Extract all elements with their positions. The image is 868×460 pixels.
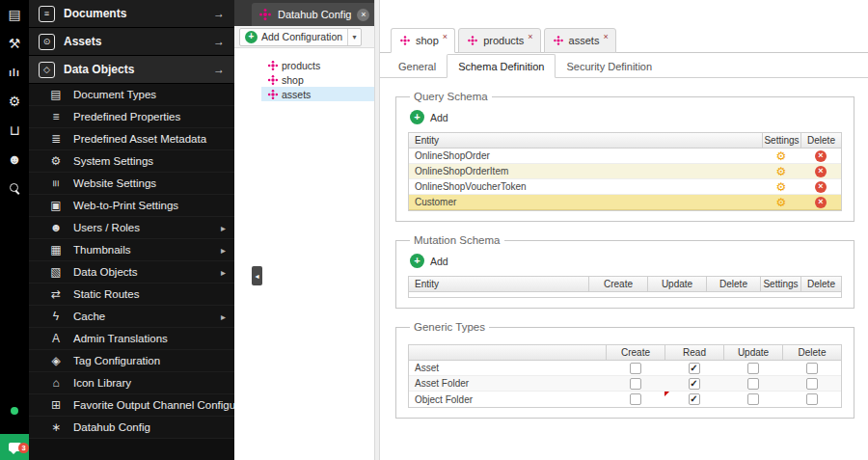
chat-button[interactable]: 3	[0, 434, 29, 460]
accordion-documents[interactable]: ≡ Documents →	[29, 0, 234, 28]
create-checkbox[interactable]	[630, 363, 641, 374]
arrow-right-icon: →	[213, 7, 225, 20]
menu-item-system-settings[interactable]: ⚙ System Settings	[29, 150, 234, 173]
delete-icon[interactable]: ×	[815, 181, 827, 193]
tree-item-shop[interactable]: shop	[261, 72, 374, 87]
delete-checkbox[interactable]	[806, 363, 818, 374]
menu-item-datahub-config[interactable]: ∗ Datahub Config	[29, 417, 234, 439]
accordion-assets[interactable]: ⊙ Assets →	[29, 28, 234, 56]
plus-icon: +	[410, 254, 424, 268]
settings-icon[interactable]: ⚙	[0, 87, 29, 116]
menu-item-admin-translations[interactable]: A Admin Translations	[29, 328, 234, 350]
delete-icon[interactable]: ×	[815, 150, 827, 162]
datahub-editor-panel: shop × products × assets × General Schem…	[380, 0, 868, 460]
tree-item-products[interactable]: products	[261, 58, 374, 72]
settings-gear-icon[interactable]: ⚙	[776, 166, 787, 177]
configuration-tree-panel: + Add Configuration ▾ products shop asse…	[234, 26, 374, 460]
mutation-add-button[interactable]: + Add	[410, 254, 468, 268]
settings-icon-glyph: ⚙	[9, 94, 21, 109]
delete-icon[interactable]: ×	[815, 197, 827, 208]
status-dot	[11, 407, 18, 415]
generic-types-grid: Create Read Update Delete Asset ✓ Asset …	[408, 344, 842, 408]
create-checkbox[interactable]	[630, 393, 641, 405]
menu-item-tag-configuration[interactable]: ◈ Tag Configuration	[29, 350, 234, 372]
table-row[interactable]: OnlineShopOrderItem ⚙ ×	[409, 164, 841, 179]
reports-icon[interactable]: ılı	[0, 58, 29, 87]
column-header-read[interactable]: Read	[665, 345, 723, 360]
update-checkbox[interactable]	[747, 393, 759, 405]
column-header-delete[interactable]: Delete	[800, 277, 841, 291]
menu-item-users-roles[interactable]: ☻ Users / Roles ▸	[29, 217, 234, 239]
main-tabbar: Datahub Config ×	[234, 0, 374, 26]
menu-item-thumbnails[interactable]: ▦ Thumbnails ▸	[29, 239, 234, 261]
update-checkbox[interactable]	[747, 378, 759, 390]
documents-icon[interactable]: ▤	[0, 0, 29, 29]
column-header-entity[interactable]: Entity	[409, 277, 588, 291]
subtab-general[interactable]: General	[388, 54, 447, 78]
column-header-settings[interactable]: Settings	[762, 133, 800, 148]
menu-item-predefined-properties[interactable]: ≡ Predefined Properties	[29, 106, 234, 128]
update-checkbox[interactable]	[747, 363, 759, 374]
menu-item-web-to-print-settings[interactable]: ▣ Web-to-Print Settings	[29, 195, 234, 217]
settings-gear-icon[interactable]: ⚙	[776, 181, 787, 193]
close-icon[interactable]: ×	[528, 32, 532, 41]
mutation-schema-grid: Entity Create Update Delete Settings Del…	[408, 276, 842, 298]
close-icon[interactable]: ×	[357, 9, 369, 21]
delete-checkbox[interactable]	[806, 393, 818, 405]
add-configuration-label: Add Configuration	[261, 31, 342, 42]
delete-icon[interactable]: ×	[815, 166, 827, 177]
generic-grid-header: Create Read Update Delete	[409, 345, 841, 361]
menu-item-static-routes[interactable]: ⇄ Static Routes	[29, 284, 234, 306]
table-row: Asset ✓	[409, 361, 841, 376]
column-header-entity[interactable]: Entity	[409, 133, 762, 148]
subtab-schema-definition[interactable]: Schema Definition	[447, 54, 556, 78]
modified-marker	[665, 392, 669, 396]
users-icon[interactable]: ☻	[0, 145, 29, 174]
ecommerce-icon[interactable]: ⊔	[0, 116, 29, 145]
accordion-data-objects[interactable]: ◇ Data Objects →	[29, 56, 234, 84]
add-configuration-button[interactable]: + Add Configuration ▾	[239, 28, 362, 46]
subtab-security-definition[interactable]: Security Definition	[556, 54, 663, 78]
column-header-create[interactable]: Create	[606, 345, 665, 360]
read-checkbox[interactable]: ✓	[689, 363, 700, 374]
menu-item-document-types[interactable]: ▤ Document Types	[29, 84, 234, 106]
column-header-name[interactable]	[409, 345, 606, 360]
menu-item-icon-library[interactable]: ⌂ Icon Library	[29, 372, 234, 394]
settings-gear-icon[interactable]: ⚙	[776, 150, 787, 162]
table-row-selected[interactable]: Customer ⚙ ×	[409, 195, 841, 210]
empty-grid-body	[409, 292, 841, 297]
column-header-delete[interactable]: Delete	[706, 277, 760, 291]
menu-item-predefined-asset-metadata[interactable]: ≣ Predefined Asset Metadata	[29, 128, 234, 150]
settings-gear-icon[interactable]: ⚙	[776, 197, 787, 208]
column-header-delete[interactable]: Delete	[800, 133, 841, 148]
menu-item-website-settings[interactable]: ≡ Website Settings	[29, 173, 234, 195]
close-icon[interactable]: ×	[443, 32, 448, 41]
table-row[interactable]: OnlineShopVoucherToken ⚙ ×	[409, 179, 841, 195]
column-header-delete[interactable]: Delete	[782, 345, 841, 360]
chevron-down-icon[interactable]: ▾	[347, 29, 361, 45]
search-icon[interactable]	[0, 174, 29, 203]
collapse-panel-handle[interactable]: ◂	[252, 266, 262, 285]
read-checkbox[interactable]: ✓	[689, 393, 700, 405]
table-row[interactable]: OnlineShopOrder ⚙ ×	[409, 149, 841, 164]
delete-checkbox[interactable]	[806, 378, 818, 390]
menu-item-cache[interactable]: ϟ Cache ▸	[29, 306, 234, 328]
tab-shop[interactable]: shop ×	[391, 28, 455, 53]
column-header-create[interactable]: Create	[588, 277, 647, 291]
tab-assets[interactable]: assets ×	[544, 28, 616, 53]
datahub-icon	[403, 39, 406, 41]
column-header-settings[interactable]: Settings	[760, 277, 800, 291]
entity-cell: OnlineShopOrder	[409, 149, 762, 163]
close-icon[interactable]: ×	[603, 32, 608, 41]
create-checkbox[interactable]	[630, 378, 641, 390]
tab-datahub-config[interactable]: Datahub Config ×	[252, 3, 376, 26]
menu-item-favorite-output-channels[interactable]: ⊞ Favorite Output Channel Configurations	[29, 394, 234, 417]
column-header-update[interactable]: Update	[723, 345, 782, 360]
menu-item-data-objects[interactable]: ▧ Data Objects ▸	[29, 261, 234, 284]
tab-products[interactable]: products ×	[458, 28, 540, 53]
query-add-button[interactable]: + Add	[410, 110, 468, 124]
tree-item-assets[interactable]: assets	[261, 87, 374, 101]
tools-icon[interactable]: ⚒	[0, 29, 29, 58]
column-header-update[interactable]: Update	[647, 277, 706, 291]
read-checkbox[interactable]: ✓	[689, 378, 700, 390]
